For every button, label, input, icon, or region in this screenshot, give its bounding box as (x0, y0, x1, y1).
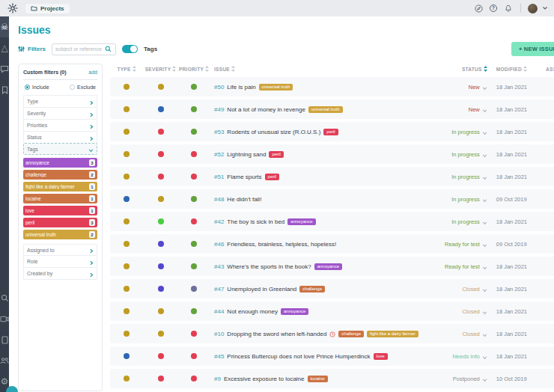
status-chevron-icon[interactable] (482, 125, 487, 138)
issue-id-link[interactable]: #44 (214, 308, 224, 315)
tag-filter-locaine[interactable]: locaine1 (23, 194, 97, 203)
sidebar-item-bookmarks[interactable] (0, 79, 9, 100)
priority-dot (191, 263, 197, 269)
filter-category-priorities[interactable]: Priorities (23, 119, 97, 131)
user-avatar[interactable] (528, 4, 538, 13)
exclude-radio[interactable]: Exclude (70, 85, 96, 90)
status-chevron-icon[interactable] (482, 304, 487, 318)
issue-id-link[interactable]: #50 (214, 84, 224, 91)
column-header-issue[interactable]: ISSUE (210, 66, 418, 73)
tag-filter-annoyance[interactable]: annoyance3 (23, 158, 97, 168)
new-issue-button[interactable]: + NEW ISSUE (511, 42, 554, 56)
tags-toggle[interactable] (122, 45, 138, 53)
sort-icon (205, 66, 209, 73)
issue-id-link[interactable]: #48 (214, 196, 224, 203)
status-chevron-icon[interactable] (482, 372, 487, 385)
status-chevron-icon[interactable] (482, 282, 487, 295)
column-header-status[interactable]: STATUS (418, 66, 487, 73)
status-chevron-icon[interactable] (482, 102, 487, 116)
issue-id-link[interactable]: #52 (214, 151, 224, 158)
status-chevron-icon[interactable] (482, 327, 487, 340)
status-value[interactable]: Closed (462, 308, 479, 315)
sidebar-members[interactable] (0, 350, 9, 371)
include-radio[interactable]: Include (25, 85, 49, 90)
issue-id-link[interactable]: #51 (214, 174, 224, 180)
issue-id-link[interactable]: #45 (214, 353, 224, 360)
issue-id-link[interactable]: #43 (214, 263, 224, 270)
status-value[interactable]: In progress (451, 129, 480, 135)
sidebar-item-discussions[interactable] (0, 58, 9, 79)
filters-button[interactable]: Filters (18, 46, 46, 52)
status-chevron-icon[interactable] (482, 192, 487, 206)
status-value[interactable]: Closed (462, 331, 479, 337)
severity-cell (143, 106, 178, 112)
issue-id-link[interactable]: #10 (214, 331, 224, 337)
issue-id-link[interactable]: #42 (214, 218, 224, 225)
severity-dot (158, 308, 164, 314)
type-cell (110, 331, 143, 337)
add-filter-link[interactable]: add (88, 70, 97, 75)
issue-id-link[interactable]: #9 (214, 376, 221, 382)
status-value[interactable]: New (469, 84, 480, 91)
column-header-assign-to[interactable]: ASSIGN TO (541, 66, 554, 73)
sidebar-documents[interactable] (0, 329, 9, 350)
search-input[interactable] (55, 46, 105, 52)
tag-filter-love[interactable]: love1 (23, 206, 97, 215)
status-chevron-icon[interactable] (482, 215, 487, 228)
sidebar-search[interactable] (0, 287, 9, 308)
column-header-type[interactable]: TYPE (110, 66, 143, 73)
tag-filter-challenge[interactable]: challenge2 (23, 170, 97, 180)
status-chevron-icon[interactable] (482, 349, 487, 363)
status-chevron-icon[interactable] (482, 80, 487, 94)
priority-dot (191, 84, 197, 90)
status-value[interactable]: In progress (451, 174, 480, 180)
filter-category-status[interactable]: Status (23, 131, 97, 143)
status-chevron-icon[interactable] (482, 170, 487, 183)
chat-bubble-icon (0, 65, 9, 73)
bell-icon[interactable] (503, 3, 514, 13)
status-value[interactable]: Ready for test (445, 263, 480, 270)
app-logo-icon[interactable] (4, 1, 21, 15)
status-chevron-icon[interactable] (482, 147, 487, 161)
status-value[interactable]: Needs Info (452, 353, 479, 360)
tag-filter-fight-like-a-dairy-farmer[interactable]: fight like a dairy farmer1 (23, 182, 97, 192)
sidebar-video[interactable] (0, 308, 9, 329)
column-header-priority[interactable]: PRIORITY (178, 66, 210, 73)
status-chevron-icon[interactable] (482, 237, 487, 251)
filter-category-severity[interactable]: Severity (23, 107, 97, 119)
status-chevron-icon[interactable] (482, 260, 487, 273)
status-value[interactable]: Closed (462, 286, 479, 293)
filter-category-type[interactable]: Type (23, 95, 97, 107)
issue-id-link[interactable]: #49 (214, 106, 224, 113)
status-value[interactable]: Postponed (453, 376, 480, 382)
filter-category-assigned-to[interactable]: Assigned to (23, 244, 97, 256)
sidebar-item-trackers[interactable]: △ (0, 37, 9, 58)
type-cell (110, 308, 143, 314)
tag-filter-peril[interactable]: peril3 (23, 218, 97, 227)
help-icon[interactable]: ? (488, 3, 499, 13)
user-menu-chevron-icon[interactable] (542, 6, 548, 10)
breadcrumb[interactable]: Projects (25, 4, 70, 13)
issue-id-link[interactable]: #46 (214, 241, 224, 248)
column-header-modified[interactable]: MODIFIED (487, 66, 541, 73)
status-value[interactable]: In progress (451, 196, 480, 203)
issue-title: Dropping the sword when left-handed (227, 331, 326, 337)
filter-category-created-by[interactable]: Created by (23, 268, 97, 280)
tag-filter-universal-truth[interactable]: universal truth2 (23, 230, 97, 239)
sidebar-item-project[interactable]: ☠ (0, 16, 9, 37)
column-header-severity[interactable]: SEVERITY (143, 66, 178, 73)
filter-category-role[interactable]: Role (23, 256, 97, 268)
filter-category-tags[interactable]: Tags (23, 143, 97, 155)
modified-cell: 10 Oct 2019 (487, 376, 541, 382)
issue-cell: #45Princess Buttercup does not love Prin… (210, 353, 418, 360)
compass-icon[interactable] (473, 3, 484, 13)
status-value[interactable]: In progress (451, 218, 480, 225)
radio-dot-on (25, 85, 30, 90)
issue-id-link[interactable]: #47 (214, 286, 224, 293)
status-value[interactable]: In progress (451, 151, 480, 158)
issue-id-link[interactable]: #53 (214, 129, 224, 135)
status-value[interactable]: New (469, 106, 480, 113)
status-value[interactable]: Ready for test (445, 241, 480, 248)
priority-dot (191, 151, 197, 157)
severity-cell (143, 84, 178, 90)
